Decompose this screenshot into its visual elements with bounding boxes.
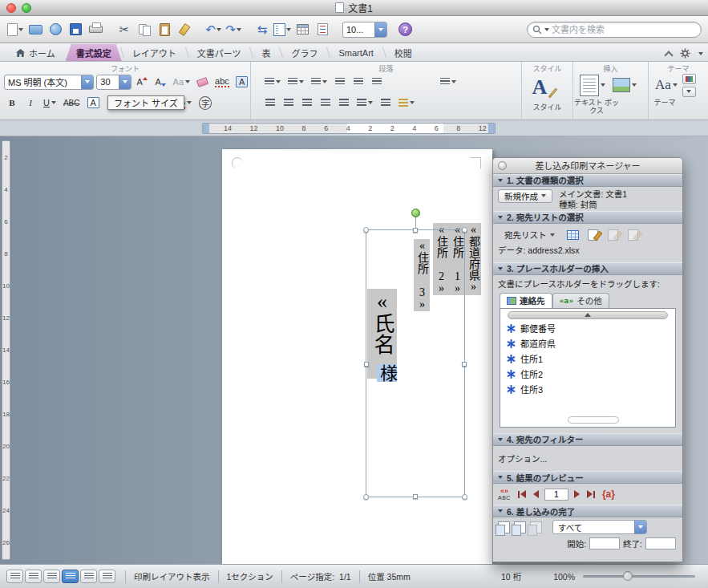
format-painter-button[interactable] <box>176 19 193 40</box>
search-box[interactable] <box>527 22 702 38</box>
list-scrollbar[interactable] <box>568 416 619 424</box>
text-box-button[interactable] <box>577 72 608 98</box>
sort-button[interactable] <box>369 74 385 91</box>
table-button[interactable] <box>293 19 311 40</box>
underline-button[interactable]: U <box>41 95 59 112</box>
search-scope-icon[interactable] <box>544 28 549 31</box>
view-draft-button[interactable] <box>6 570 23 583</box>
view-notebook-button[interactable] <box>80 570 97 583</box>
copy-button[interactable] <box>136 19 153 40</box>
page-indicator-label[interactable]: ページ指定: <box>290 570 334 582</box>
close-window-button[interactable] <box>6 3 16 13</box>
font-size-combo[interactable]: 30 <box>96 75 131 90</box>
tab-tables[interactable]: 表 <box>251 44 281 61</box>
next-record-button[interactable] <box>572 490 581 498</box>
shading-button[interactable] <box>396 95 417 112</box>
section-3-header[interactable]: 3. プレースホルダーの挿入 <box>493 262 682 275</box>
vertical-ruler[interactable]: 24 68 1012 1416 1820 2224 26 <box>2 140 10 560</box>
open-data-source-button[interactable] <box>565 229 581 241</box>
view-fullscreen-button[interactable] <box>99 570 115 583</box>
first-record-button[interactable] <box>516 490 528 498</box>
collapse-ribbon-button[interactable] <box>664 51 673 59</box>
grow-font-button[interactable]: A <box>134 74 150 91</box>
shrink-font-button[interactable]: A <box>152 74 168 91</box>
edit-data-source-button[interactable] <box>605 229 621 241</box>
bullets-button[interactable] <box>262 74 283 91</box>
undo-button[interactable]: ↶ <box>204 19 222 40</box>
section-1-header[interactable]: 1. 文書の種類の選択 <box>493 174 682 187</box>
filter-options-button[interactable]: オプション... <box>498 452 547 464</box>
handle-bottom-center[interactable] <box>413 494 418 499</box>
italic-button[interactable]: I <box>22 95 38 112</box>
grid-settings-button[interactable] <box>378 95 394 112</box>
redo-button[interactable]: ↷ <box>225 19 242 40</box>
open-button[interactable] <box>26 19 44 40</box>
decrease-indent-button[interactable] <box>332 74 348 91</box>
asian-layout-button[interactable] <box>438 74 459 91</box>
field-item-postal-code[interactable]: 郵便番号 <box>500 321 675 336</box>
justify-button[interactable] <box>318 95 334 112</box>
distribute-button[interactable] <box>336 95 352 112</box>
merge-range-dropdown[interactable] <box>634 521 646 533</box>
zoom-slider[interactable] <box>583 575 695 578</box>
align-center-button[interactable] <box>281 95 297 112</box>
ruler-right-margin[interactable] <box>488 124 495 133</box>
strikethrough-button[interactable]: ABC <box>61 95 83 112</box>
clear-formatting-button[interactable] <box>195 74 211 91</box>
record-number-input[interactable] <box>544 489 568 501</box>
previous-record-button[interactable] <box>532 490 540 498</box>
font-size-dropdown[interactable] <box>119 75 131 89</box>
create-new-button[interactable]: 新規作成 <box>498 189 552 203</box>
save-button[interactable] <box>67 19 84 40</box>
zoom-combo[interactable]: 10... <box>342 22 387 38</box>
handle-top-left[interactable] <box>363 227 369 233</box>
line-spacing-button[interactable] <box>354 95 375 112</box>
last-record-button[interactable] <box>585 490 597 498</box>
tab-format[interactable]: 書式設定 <box>66 44 122 61</box>
tab-layout[interactable]: レイアウト <box>122 44 187 61</box>
align-right-button[interactable] <box>299 95 315 112</box>
font-name-dropdown[interactable] <box>81 75 93 89</box>
gear-dropdown-icon[interactable] <box>698 52 703 55</box>
show-marks-button[interactable] <box>314 19 331 40</box>
change-case-button[interactable]: Aa <box>171 74 192 91</box>
tab-other[interactable]: «a»その他 <box>552 293 609 308</box>
view-print-layout-button[interactable] <box>62 570 79 583</box>
merge-range-popup[interactable]: すべて <box>552 520 647 534</box>
cut-button[interactable]: ✂ <box>115 19 133 40</box>
themes-button[interactable]: Aa <box>653 72 680 98</box>
field-item-address1[interactable]: 住所1 <box>500 351 675 367</box>
section-2-header[interactable]: 2. 宛先リストの選択 <box>493 211 682 224</box>
view-columns-button[interactable] <box>273 19 291 40</box>
help-button[interactable]: ? <box>399 22 412 36</box>
text-box-selection[interactable] <box>366 229 465 497</box>
merge-to-document-button[interactable] <box>498 521 510 533</box>
add-data-source-button[interactable] <box>625 229 641 241</box>
ruler-left-margin[interactable] <box>203 124 209 133</box>
panel-titlebar[interactable]: 差し込み印刷マネージャー <box>493 158 682 174</box>
numbering-button[interactable] <box>285 74 306 91</box>
tab-smartart[interactable]: SmartArt <box>328 44 383 61</box>
section-4-header[interactable]: 4. 宛先のフィルター <box>493 433 682 446</box>
section-5-header[interactable]: 5. 結果のプレビュー <box>493 471 682 484</box>
recipient-list-button[interactable]: 宛先リスト <box>498 228 561 241</box>
font-name-combo[interactable]: MS 明朝 (本文) <box>4 75 94 90</box>
field-item-address2[interactable]: 住所2 <box>500 367 675 382</box>
new-document-button[interactable] <box>6 19 24 40</box>
page-indicator-value[interactable]: 1/1 <box>339 572 351 582</box>
view-outline-button[interactable] <box>25 570 42 583</box>
search-input[interactable] <box>552 25 696 34</box>
merge-field-list[interactable]: 郵便番号 都道府県 住所1 住所2 住所3 <box>500 308 676 428</box>
theme-fonts-button[interactable] <box>682 87 696 97</box>
tab-contacts[interactable]: 連絡先 <box>500 293 552 308</box>
print-button[interactable] <box>87 19 104 40</box>
styles-button[interactable]: A <box>522 71 557 103</box>
field-item-prefecture[interactable]: 都道府県 <box>500 336 675 351</box>
envelope-page[interactable]: «都道府県» «住所 1» «住所 2» «住所 3» «氏名» 様 <box>222 149 492 564</box>
character-shading-button[interactable]: A <box>233 74 250 91</box>
enclose-characters-button[interactable]: 字 <box>196 95 214 112</box>
tab-home[interactable]: ホーム <box>5 44 66 61</box>
end-record-input[interactable] <box>645 537 676 549</box>
scroll-up-button[interactable] <box>508 311 668 319</box>
handle-middle-left[interactable] <box>364 362 369 367</box>
